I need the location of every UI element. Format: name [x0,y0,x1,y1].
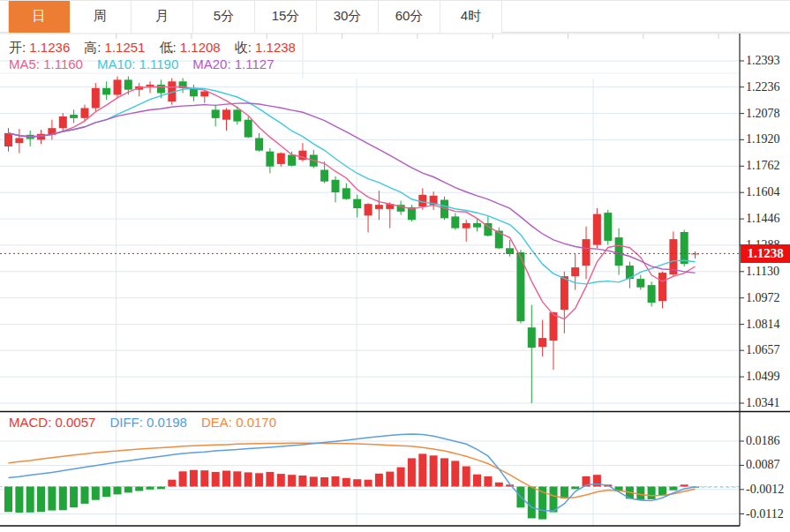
ma5-line [9,86,696,318]
diff-line [9,434,696,511]
price-axis-label: 1.0814 [746,318,790,332]
price-axis-label: 1.1762 [746,159,790,173]
price-axis-label: 1.1446 [746,212,790,226]
ma-legend-row: MA5: 1.1160MA10: 1.1190MA20: 1.1127 [9,56,289,74]
ohlc-low: 低: 1.1208 [159,40,220,55]
price-axis-label: 1.0499 [746,370,790,384]
chart-canvas[interactable] [0,1,790,532]
ma20-legend: MA20: 1.1127 [192,56,274,71]
macd-axis-label: 0.0186 [746,434,790,448]
ma10-legend: MA10: 1.1190 [97,56,178,71]
current-price-badge: 1.1238 [741,244,790,263]
ma20-line [9,103,696,273]
price-axis-label: 1.0972 [746,291,790,305]
macd-axis-label: -0.0112 [746,507,790,521]
price-axis-label: 1.0341 [746,396,790,410]
price-axis-label: 1.2236 [746,80,790,94]
ma5-legend: MA5: 1.1160 [9,56,83,71]
price-axis-label: 1.2078 [746,107,790,121]
diff-value: DIFF: 0.0198 [109,415,187,430]
price-axis-label: 1.0657 [746,343,790,357]
ohlc-close: 收: 1.1238 [235,40,296,55]
price-axis-label: 1.1130 [746,265,790,279]
kline-chart-app: 日周月5分15分30分60分4时 开: 1.1236高: 1.1251低: 1.… [0,0,790,532]
macd-axis-label: -0.0012 [746,483,790,497]
macd-value: MACD: 0.0057 [9,415,95,430]
ohlc-high: 高: 1.1251 [84,40,145,55]
ohlc-row: 开: 1.1236高: 1.1251低: 1.1208收: 1.1238 [9,40,310,57]
macd-axis-label: 0.0087 [746,458,790,472]
price-axis-label: 1.2393 [746,54,790,68]
ohlc-open: 开: 1.1236 [9,40,70,55]
price-axis-label: 1.1920 [746,132,790,146]
price-axis-label: 1.1604 [746,185,790,199]
dea-value: DEA: 0.0170 [201,415,276,430]
macd-legend-row: MACD: 0.0057DIFF: 0.0198DEA: 0.0170 [9,415,290,431]
candlestick-series [4,77,699,403]
